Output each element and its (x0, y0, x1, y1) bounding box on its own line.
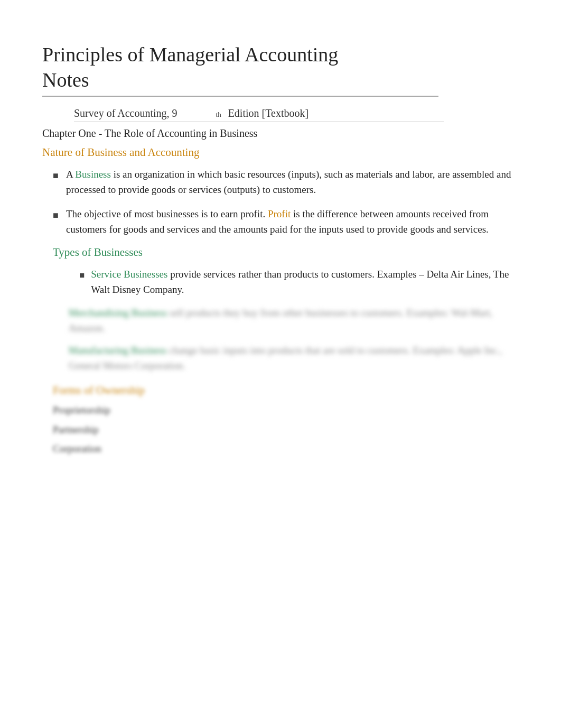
bullet-icon: ■ (53, 169, 59, 183)
section3-heading: Forms of Ownership (53, 384, 519, 397)
service-businesses-text: Service Businesses provide services rath… (91, 266, 519, 298)
survey-suffix: Edition [Textbook] (228, 107, 308, 119)
section2-heading: Types of Businesses (53, 246, 519, 259)
list-item: ■ Service Businesses provide services ra… (79, 266, 519, 298)
survey-line: Survey of Accounting, 9 th Edition [Text… (74, 107, 444, 122)
blurred-merchandising: Merchandising Business sell products the… (69, 305, 519, 336)
bullet-text: The objective of most businesses is to e… (66, 206, 519, 237)
list-item: ■ The objective of most businesses is to… (53, 206, 519, 237)
section2-bullet-list: ■ Service Businesses provide services ra… (79, 266, 519, 298)
section2-container: Types of Businesses ■ Service Businesses… (53, 246, 519, 374)
blurred-proprietorship: Proprietorship (53, 402, 519, 418)
survey-superscript: th (216, 110, 221, 119)
bullet-icon: ■ (53, 208, 59, 223)
bullet-text: A Business is an organization in which b… (66, 167, 519, 198)
blurred-section: Merchandising Business sell products the… (69, 305, 519, 374)
section1-bullet-list: ■ A Business is an organization in which… (53, 167, 519, 237)
chapter-line: Chapter One - The Role of Accounting in … (42, 127, 519, 140)
blurred-corporation: Corporation (53, 441, 519, 457)
service-businesses-term: Service Businesses (91, 269, 167, 280)
profit-term: Profit (268, 208, 291, 219)
bullet-icon: ■ (79, 269, 85, 282)
survey-prefix: Survey of Accounting, 9 (74, 107, 177, 119)
list-item: ■ A Business is an organization in which… (53, 167, 519, 198)
section1-heading: Nature of Business and Accounting (42, 146, 519, 159)
page-title: Principles of Managerial Accounting Note… (42, 42, 438, 97)
blurred-manufacturing: Manufacturing Business change basic inpu… (69, 343, 519, 374)
business-term: Business (75, 169, 111, 180)
title-line1: Principles of Managerial Accounting (42, 43, 338, 66)
section3-container: Forms of Ownership Proprietorship Partne… (42, 384, 519, 457)
title-line2: Notes (42, 69, 89, 91)
blurred-partnership: Partnership (53, 422, 519, 438)
